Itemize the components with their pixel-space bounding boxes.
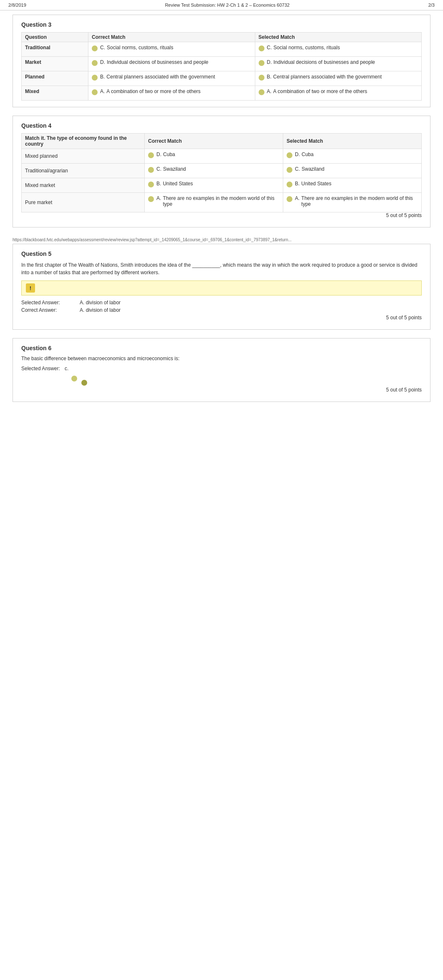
q4-row: Mixed planned D. Cuba D. Cuba xyxy=(22,149,422,164)
q3-selected-cell: D. Individual decisions of businesses an… xyxy=(255,57,422,71)
q4-correct-letter: C. xyxy=(156,166,161,172)
q3-correct-radio xyxy=(92,45,98,51)
q3-table: Question Correct Match Selected Match Tr… xyxy=(21,32,422,101)
question-6-block: Question 6 The basic difference between … xyxy=(13,338,430,402)
q4-selected-cell: D. Cuba xyxy=(283,149,422,164)
q4-selected-text: United States xyxy=(301,181,331,187)
q5-correct-value: A. division of labor xyxy=(80,307,121,313)
q3-correct-cell: D. Individual decisions of businesses an… xyxy=(88,57,255,71)
q4-correct-radio xyxy=(148,152,154,158)
q3-term: Market xyxy=(22,57,88,71)
q3-col-question: Question xyxy=(22,33,88,42)
q3-correct-cell: A. A combination of two or more of the o… xyxy=(88,86,255,101)
q4-correct-radio xyxy=(148,182,154,187)
q5-score: 5 out of 5 points xyxy=(21,315,422,321)
header-page: 2/3 xyxy=(428,3,435,8)
q5-text: In the first chapter of The Wealth of Na… xyxy=(21,261,422,276)
q4-selected-radio xyxy=(287,152,292,158)
q4-row: Traditional/agrarian C. Swaziland C. Swa… xyxy=(22,164,422,178)
q4-correct-cell: B. United States xyxy=(145,178,283,193)
q4-table: Match it. The type of economy found in t… xyxy=(21,133,422,212)
q4-selected-radio xyxy=(287,196,292,202)
q3-selected-radio xyxy=(259,75,264,81)
q3-selected-radio xyxy=(259,89,264,95)
q3-correct-radio xyxy=(92,75,98,81)
q4-correct-text: There are no examples in the modern worl… xyxy=(163,195,279,207)
header-date: 2/8/2019 xyxy=(8,3,26,8)
q4-correct-radio xyxy=(148,196,154,202)
q3-term: Planned xyxy=(22,71,88,86)
q3-correct-cell: C. Social norms, customs, rituals xyxy=(88,42,255,57)
q4-correct-letter: A. xyxy=(156,195,161,201)
q3-selected-letter: D. xyxy=(267,59,272,65)
q4-selected-text: There are no examples in the modern worl… xyxy=(301,195,418,207)
q4-selected-text: Cuba xyxy=(302,152,314,157)
q4-term: Mixed planned xyxy=(22,149,145,164)
q4-selected-cell: A. There are no examples in the modern w… xyxy=(283,193,422,212)
q3-selected-letter: C. xyxy=(267,45,272,51)
q3-selected-letter: A. xyxy=(267,88,272,94)
q4-col-correct: Correct Match xyxy=(145,134,283,149)
q3-correct-letter: A. xyxy=(100,88,105,94)
q4-row: Pure market A. There are no examples in … xyxy=(22,193,422,212)
q4-title: Question 4 xyxy=(21,122,422,129)
q3-selected-letter: B. xyxy=(267,74,272,80)
q4-selected-radio xyxy=(287,167,292,173)
q3-term: Traditional xyxy=(22,42,88,57)
q4-selected-cell: C. Swaziland xyxy=(283,164,422,178)
q3-row: Market D. Individual decisions of busine… xyxy=(22,57,422,71)
q6-text: The basic difference between macroeconom… xyxy=(21,356,422,361)
q6-radio-1 xyxy=(71,376,77,381)
q3-correct-text: Social norms, customs, rituals xyxy=(107,45,173,51)
q4-correct-text: United States xyxy=(163,181,193,187)
q4-selected-text: Swaziland xyxy=(302,166,325,172)
highlight-box: ! xyxy=(21,280,422,296)
q3-selected-text: Individual decisions of businesses and p… xyxy=(274,59,375,65)
q5-selected-label: Selected Answer: xyxy=(21,300,80,306)
q4-col-selected: Selected Match xyxy=(283,134,422,149)
q6-title: Question 6 xyxy=(21,345,422,351)
q4-selected-letter: C. xyxy=(295,166,300,172)
q3-row: Traditional C. Social norms, customs, ri… xyxy=(22,42,422,57)
q5-answers: Selected Answer: A. division of labor Co… xyxy=(21,300,422,313)
q5-selected-value: A. division of labor xyxy=(80,300,121,306)
q6-selected-label: Selected Answer: xyxy=(21,366,60,371)
q3-term: Mixed xyxy=(22,86,88,101)
q6-selected-row: Selected Answer: c. xyxy=(21,366,422,371)
q6-radio-2 xyxy=(81,380,87,386)
q6-score: 5 out of 5 points xyxy=(21,387,422,393)
q3-correct-letter: C. xyxy=(100,45,105,51)
q3-selected-radio xyxy=(259,60,264,66)
q4-correct-letter: D. xyxy=(156,152,161,157)
q3-correct-cell: B. Central planners associated with the … xyxy=(88,71,255,86)
q3-correct-letter: D. xyxy=(100,59,105,65)
q5-title: Question 5 xyxy=(21,250,422,257)
q4-correct-text: Swaziland xyxy=(163,166,186,172)
q4-correct-text: Cuba xyxy=(163,152,175,157)
q4-correct-radio xyxy=(148,167,154,173)
q3-selected-text: Central planners associated with the gov… xyxy=(273,74,382,80)
question-5-block: Question 5 In the first chapter of The W… xyxy=(13,244,430,330)
q4-selected-letter: B. xyxy=(295,181,300,187)
q3-selected-cell: C. Social norms, customs, rituals xyxy=(255,42,422,57)
q4-term: Pure market xyxy=(22,193,145,212)
q3-col-selected: Selected Match xyxy=(255,33,422,42)
url-bar: https://blackboard.fvtc.edu/webapps/asse… xyxy=(13,236,430,244)
q6-selected-value: c. xyxy=(65,366,68,371)
header-title: Review Test Submission: HW 2-Ch 1 & 2 – … xyxy=(165,3,289,8)
q3-selected-radio xyxy=(259,45,264,51)
q3-row: Mixed A. A combination of two or more of… xyxy=(22,86,422,101)
q3-row: Planned B. Central planners associated w… xyxy=(22,71,422,86)
q4-selected-letter: A. xyxy=(295,195,300,201)
q4-selected-letter: D. xyxy=(295,152,300,157)
question-3-block: Question 3 Question Correct Match Select… xyxy=(13,15,430,107)
q3-selected-text: A combination of two or more of the othe… xyxy=(273,88,367,94)
q3-correct-text: A combination of two or more of the othe… xyxy=(106,88,200,94)
q4-selected-cell: B. United States xyxy=(283,178,422,193)
q4-term: Mixed market xyxy=(22,178,145,193)
q3-selected-cell: B. Central planners associated with the … xyxy=(255,71,422,86)
q3-selected-text: Social norms, customs, rituals xyxy=(274,45,340,51)
q3-col-correct: Correct Match xyxy=(88,33,255,42)
question-4-block: Question 4 Match it. The type of economy… xyxy=(13,116,430,227)
q3-selected-cell: A. A combination of two or more of the o… xyxy=(255,86,422,101)
